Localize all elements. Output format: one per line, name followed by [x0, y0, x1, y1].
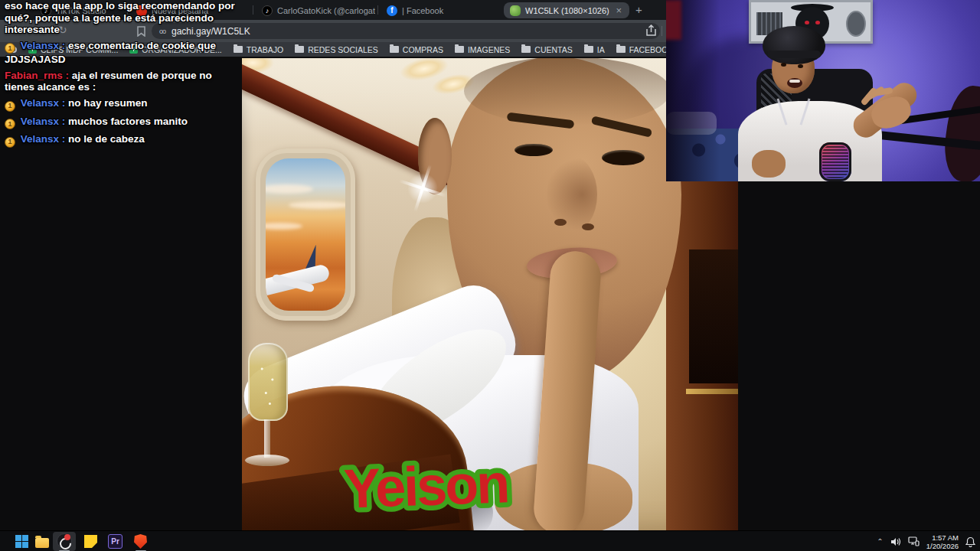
network-icon[interactable]: [908, 536, 920, 546]
clock-date: 1/20/2026: [926, 542, 959, 550]
sunset-sky: [266, 158, 345, 311]
chat-message: 1 Velansx : ese comentario de cookie que…: [5, 40, 238, 66]
eye: [514, 144, 553, 156]
chat-message: 1 Velansx : no hay resumen: [5, 97, 238, 112]
tab-label: | Facebook: [402, 6, 443, 15]
close-icon[interactable]: ×: [614, 5, 623, 16]
obs-icon: [57, 533, 72, 549]
folder-icon: [455, 46, 464, 53]
guitar: [940, 83, 980, 181]
chat-text: muchos factores manito: [68, 116, 188, 127]
yeison-text: Yeison: [343, 452, 509, 519]
tab-w1c5lk-active[interactable]: W1C5LK (1080×1026) ×: [504, 2, 629, 18]
sparkle-glint: [398, 164, 447, 213]
black-bonnet: [763, 26, 825, 64]
man-scalp: [464, 58, 671, 126]
taskbar-clock[interactable]: 1:57 AM 1/20/2026: [926, 533, 959, 550]
speaker-icon[interactable]: [890, 537, 901, 546]
brave-browser-button[interactable]: [132, 533, 149, 549]
chat-username: Velansx :: [21, 116, 66, 127]
tab-carlogatokick[interactable]: ♪ CarloGatoKick (@carlogatokick) | Tik: [256, 2, 375, 18]
nostril: [554, 219, 567, 226]
streamer-fist: [752, 150, 786, 178]
brave-icon: [134, 534, 147, 549]
bookmark-folder-trabajo[interactable]: TRABAJO: [234, 45, 283, 54]
folder-icon: [584, 46, 593, 53]
tab-label: CarloGatoKick (@carlogatokick) | Tik: [277, 6, 375, 15]
folder-icon: [35, 538, 49, 548]
bookmark-folder-ia[interactable]: IA: [584, 45, 605, 54]
yeison-caption: Yeison: [288, 439, 564, 530]
champagne-glass-stem: [264, 419, 270, 458]
pepe-icon: [510, 5, 521, 16]
notification-bell-icon[interactable]: [965, 536, 975, 547]
streamer-eye: [781, 63, 786, 67]
sub-badge-icon: 1: [5, 101, 15, 112]
folder-icon: [295, 46, 304, 53]
share-icon[interactable]: [645, 24, 657, 37]
premiere-pro-button[interactable]: Pr: [107, 533, 123, 549]
champagne-glass-foot: [245, 455, 289, 466]
system-tray: ⌃ 1:57 AM 1/20/2026: [877, 531, 975, 551]
premiere-pro-icon: Pr: [108, 534, 122, 549]
yeison-jet-image: Yeison: [242, 58, 738, 530]
obs-studio-button[interactable]: [53, 532, 76, 551]
champagne-bubbles: [254, 358, 280, 412]
bookmark-folder-cuentas[interactable]: CUENTAS: [521, 45, 572, 54]
desktop-screen: ♪ TikTok Studio Nueva pestaña ♪ CarloGat…: [0, 0, 980, 551]
windows-taskbar: Pr ⌃ 1:57 AM 1/20/2026: [0, 530, 980, 551]
facebook-icon: f: [387, 5, 397, 16]
tab-label: W1C5LK (1080×1026): [525, 6, 609, 15]
chat-username: Velansx :: [21, 40, 66, 51]
shelf-red-item: [666, 0, 681, 40]
tab-separator: [377, 5, 378, 15]
sub-badge-icon: 1: [5, 43, 15, 54]
chat-message: 1 Velansx : muchos factores manito: [5, 116, 238, 130]
folder-icon: [390, 46, 399, 53]
stream-chat-overlay: eso hace que la app lo siga recomendando…: [5, 0, 238, 152]
file-explorer-button[interactable]: [34, 533, 50, 549]
eye: [602, 150, 645, 165]
bookmark-folder-compras[interactable]: COMPRAS: [390, 45, 443, 54]
microphone-grill: [822, 145, 848, 178]
tiktok-icon: ♪: [262, 5, 273, 16]
clock-time: 1:57 AM: [926, 533, 959, 542]
chat-text: no hay resumen: [68, 97, 148, 109]
new-tab-button[interactable]: +: [635, 3, 642, 16]
sub-badge-icon: 1: [5, 119, 15, 129]
streamer-teeth: [789, 80, 800, 83]
chat-message: 1 Velansx : no le de cabeza: [5, 133, 238, 148]
sub-badge-icon: 1: [5, 137, 15, 148]
sticky-note-icon: [84, 535, 97, 548]
bookmark-folder-redes-sociales[interactable]: REDES SOCIALES: [295, 45, 378, 54]
jet-window: [256, 148, 355, 321]
chat-message: eso hace que la app lo siga recomendando…: [5, 0, 238, 36]
chat-text: eso hace que la app lo siga recomendando…: [5, 0, 235, 35]
streamer-eye: [798, 64, 803, 68]
chat-text: no le de cabeza: [68, 133, 145, 145]
bookmark-folder-imagenes[interactable]: IMAGENES: [455, 45, 510, 54]
start-button[interactable]: [14, 533, 30, 549]
webcam-overlay: [666, 0, 980, 181]
windows-logo-icon: [15, 535, 28, 548]
chat-username: Velansx :: [21, 133, 66, 145]
toolbar-divider: [662, 26, 662, 36]
chat-message: Fabian_rms : aja el resumen de porque no…: [5, 70, 238, 93]
sticky-notes-button[interactable]: [83, 533, 99, 549]
bonnet-band: [767, 51, 821, 58]
tab-facebook[interactable]: f | Facebook: [381, 2, 500, 18]
folder-icon: [616, 46, 626, 53]
cabinet-opening: [689, 249, 738, 383]
tab-separator: [253, 5, 253, 15]
chat-username: Velansx :: [21, 97, 66, 109]
tray-chevron-icon[interactable]: ⌃: [877, 537, 883, 546]
chat-username: Fabian_rms :: [5, 70, 69, 81]
cabinet-trim: [686, 389, 738, 394]
nostril: [582, 223, 594, 230]
folder-icon: [521, 46, 531, 53]
